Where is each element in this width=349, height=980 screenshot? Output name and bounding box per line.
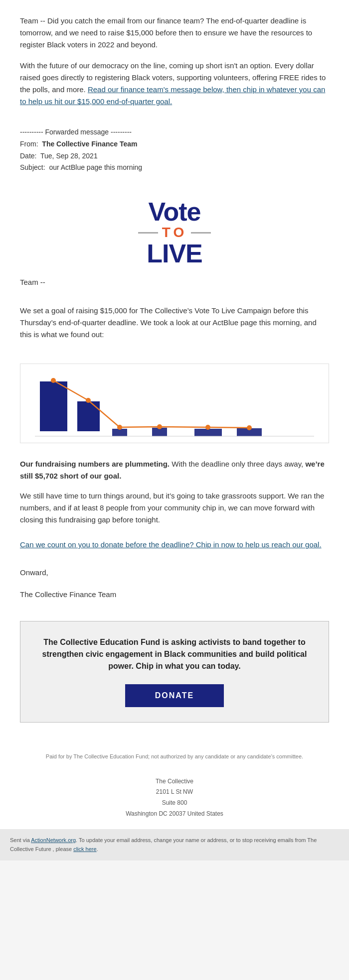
logo-live-text: LIVE bbox=[138, 241, 211, 266]
svg-point-7 bbox=[51, 378, 56, 383]
closing-name: The Collective Finance Team bbox=[20, 588, 329, 601]
svg-point-11 bbox=[205, 425, 210, 430]
svg-rect-0 bbox=[40, 381, 67, 431]
fundraising-chart bbox=[25, 371, 324, 446]
forwarded-label: ---------- Forwarded message --------- bbox=[20, 126, 329, 138]
forwarded-date: Date: Tue, Sep 28, 2021 bbox=[20, 150, 329, 162]
forwarded-from: From: The Collective Finance Team bbox=[20, 138, 329, 150]
team-salutation: Team -- bbox=[20, 276, 329, 288]
forwarded-date-value: Tue, Sep 28, 2021 bbox=[40, 152, 98, 160]
chart-section bbox=[0, 359, 349, 453]
closing-word: Onward, bbox=[20, 566, 329, 579]
logo-section: Vote TO LIVE bbox=[0, 184, 349, 271]
svg-point-10 bbox=[157, 424, 162, 429]
forwarded-subject: Subject: our ActBlue page this morning bbox=[20, 162, 329, 174]
fundraising-rest: With the deadline only three days away, bbox=[172, 460, 305, 468]
body-para3: We still have time to turn things around… bbox=[20, 490, 329, 526]
top-section: Team -- Did you catch the email from our… bbox=[0, 0, 349, 126]
footer-address2: Suite 800 bbox=[30, 798, 319, 809]
donate-box-text: The Collective Education Fund is asking … bbox=[40, 636, 309, 672]
donate-box: The Collective Education Fund is asking … bbox=[20, 621, 329, 723]
forwarded-subject-label: Subject: bbox=[20, 163, 45, 171]
email-wrapper: Team -- Did you catch the email from our… bbox=[0, 0, 349, 860]
footer-org: The Collective bbox=[30, 776, 319, 787]
logo-vote-text: Vote bbox=[138, 199, 211, 225]
svg-rect-1 bbox=[77, 401, 100, 431]
forwarded-from-value: The Collective Finance Team bbox=[42, 140, 137, 148]
top-intro-para: Team -- Did you catch the email from our… bbox=[20, 15, 329, 51]
svg-point-9 bbox=[117, 425, 122, 430]
actionnetwork-link[interactable]: ActionNetwork.org bbox=[31, 837, 76, 843]
fundraising-para1: Our fundraising numbers are plummeting. … bbox=[20, 458, 329, 482]
svg-rect-2 bbox=[112, 429, 127, 436]
forwarded-block: ---------- Forwarded message --------- F… bbox=[0, 126, 349, 184]
footer-section: Paid for by The Collective Education Fun… bbox=[0, 737, 349, 776]
fundraising-text: Our fundraising numbers are plummeting. … bbox=[0, 453, 349, 539]
forwarded-date-label: Date: bbox=[20, 152, 36, 160]
logo-container: Vote TO LIVE bbox=[138, 199, 211, 266]
cta-donate-link[interactable]: Can we count on you to donate before the… bbox=[20, 540, 322, 549]
chart-container bbox=[20, 364, 329, 443]
logo-to-line-right bbox=[191, 232, 211, 234]
logo-to-row: TO bbox=[138, 225, 211, 241]
donate-button[interactable]: DONATE bbox=[125, 684, 224, 707]
bottom-bar-text3: . bbox=[97, 846, 98, 852]
click-here-link[interactable]: click here bbox=[73, 846, 96, 852]
footer-legal: Paid for by The Collective Education Fun… bbox=[30, 752, 319, 761]
footer-address3: Washington DC 20037 United States bbox=[30, 809, 319, 820]
forwarded-subject-value: our ActBlue page this morning bbox=[49, 163, 142, 171]
footer-address1: 2101 L St NW bbox=[30, 787, 319, 798]
closing-section: Onward, The Collective Finance Team bbox=[0, 561, 349, 611]
svg-rect-4 bbox=[194, 429, 222, 436]
bottom-bar: Sent via ActionNetwork.org. To update yo… bbox=[0, 829, 349, 860]
main-body: Team -- We set a goal of raising $15,000… bbox=[0, 271, 349, 359]
fundraising-bold: Our fundraising numbers are plummeting. bbox=[20, 460, 170, 468]
footer-address: The Collective 2101 L St NW Suite 800 Wa… bbox=[0, 776, 349, 829]
logo-to-line-left bbox=[138, 232, 158, 234]
svg-point-12 bbox=[247, 425, 252, 430]
body-para1: We set a goal of raising $15,000 for The… bbox=[20, 305, 329, 341]
svg-point-8 bbox=[86, 398, 91, 403]
forwarded-from-label: From: bbox=[20, 140, 38, 148]
logo-to-text: TO bbox=[162, 225, 187, 241]
bottom-bar-text1: Sent via bbox=[10, 837, 31, 843]
cta-link-section: Can we count on you to donate before the… bbox=[0, 539, 349, 561]
top-para2: With the future of our democracy on the … bbox=[20, 60, 329, 108]
